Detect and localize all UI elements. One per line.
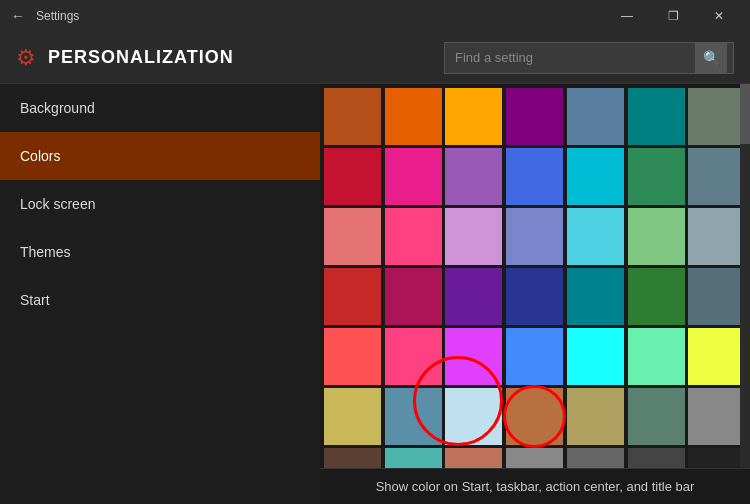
title-bar: ← Settings — ❐ ✕: [0, 0, 750, 32]
sidebar-item-background[interactable]: Background: [0, 84, 320, 132]
color-grid: [320, 84, 750, 504]
main-layout: Background Colors Lock screen Themes Sta…: [0, 84, 750, 504]
sidebar-item-label: Colors: [20, 148, 60, 164]
color-cell[interactable]: [445, 268, 502, 325]
color-cell[interactable]: [385, 88, 442, 145]
color-cell[interactable]: [628, 388, 685, 445]
status-text: Show color on Start, taskbar, action cen…: [376, 479, 695, 494]
color-cell[interactable]: [324, 268, 381, 325]
maximize-button[interactable]: ❐: [650, 0, 696, 32]
color-cell[interactable]: [688, 148, 745, 205]
status-bar: Show color on Start, taskbar, action cen…: [320, 468, 750, 504]
color-cell[interactable]: [688, 208, 745, 265]
color-cell[interactable]: [324, 328, 381, 385]
color-cell[interactable]: [324, 388, 381, 445]
color-cell[interactable]: [567, 148, 624, 205]
sidebar-item-label: Themes: [20, 244, 71, 260]
search-box[interactable]: 🔍: [444, 42, 734, 74]
window-title: Settings: [36, 9, 79, 23]
color-cell[interactable]: [445, 88, 502, 145]
color-cell[interactable]: [506, 268, 563, 325]
scroll-track[interactable]: [740, 84, 750, 504]
color-cell[interactable]: [506, 388, 563, 445]
color-cell[interactable]: [445, 208, 502, 265]
color-cell[interactable]: [506, 88, 563, 145]
color-cell[interactable]: [445, 328, 502, 385]
color-cell[interactable]: [628, 268, 685, 325]
color-cell[interactable]: [628, 208, 685, 265]
color-cell[interactable]: [506, 148, 563, 205]
color-cell[interactable]: [445, 388, 502, 445]
color-cell[interactable]: [324, 148, 381, 205]
color-cell[interactable]: [688, 388, 745, 445]
color-cell[interactable]: [688, 88, 745, 145]
color-cell[interactable]: [385, 328, 442, 385]
color-cell[interactable]: [688, 268, 745, 325]
color-cell[interactable]: [385, 148, 442, 205]
color-cell[interactable]: [445, 148, 502, 205]
color-cell[interactable]: [567, 88, 624, 145]
title-bar-left: ← Settings: [8, 6, 79, 26]
color-cell[interactable]: [385, 388, 442, 445]
search-input[interactable]: [445, 50, 695, 65]
sidebar-item-label: Background: [20, 100, 95, 116]
color-cell[interactable]: [628, 88, 685, 145]
sidebar-item-label: Start: [20, 292, 50, 308]
color-cell[interactable]: [567, 268, 624, 325]
back-button[interactable]: ←: [8, 6, 28, 26]
color-cell[interactable]: [688, 328, 745, 385]
scroll-thumb[interactable]: [740, 84, 750, 144]
color-cell[interactable]: [567, 388, 624, 445]
sidebar-item-colors[interactable]: Colors: [0, 132, 320, 180]
search-icon[interactable]: 🔍: [695, 42, 727, 74]
color-cell[interactable]: [324, 88, 381, 145]
color-cell[interactable]: [506, 328, 563, 385]
header: ⚙ PERSONALIZATION 🔍: [0, 32, 750, 84]
sidebar-item-lock-screen[interactable]: Lock screen: [0, 180, 320, 228]
color-cell[interactable]: [567, 208, 624, 265]
color-cell[interactable]: [506, 208, 563, 265]
color-cell[interactable]: [628, 328, 685, 385]
sidebar-item-label: Lock screen: [20, 196, 95, 212]
sidebar-item-themes[interactable]: Themes: [0, 228, 320, 276]
color-cell[interactable]: [628, 148, 685, 205]
color-cell[interactable]: [324, 208, 381, 265]
color-cell[interactable]: [385, 268, 442, 325]
color-cell[interactable]: [385, 208, 442, 265]
minimize-button[interactable]: —: [604, 0, 650, 32]
sidebar: Background Colors Lock screen Themes Sta…: [0, 84, 320, 504]
page-title: PERSONALIZATION: [48, 47, 234, 68]
header-left: ⚙ PERSONALIZATION: [16, 45, 234, 71]
window-controls: — ❐ ✕: [604, 0, 742, 32]
color-cell[interactable]: [567, 328, 624, 385]
content-area: Show color on Start, taskbar, action cen…: [320, 84, 750, 504]
gear-icon: ⚙: [16, 45, 36, 71]
sidebar-item-start[interactable]: Start: [0, 276, 320, 324]
close-button[interactable]: ✕: [696, 0, 742, 32]
